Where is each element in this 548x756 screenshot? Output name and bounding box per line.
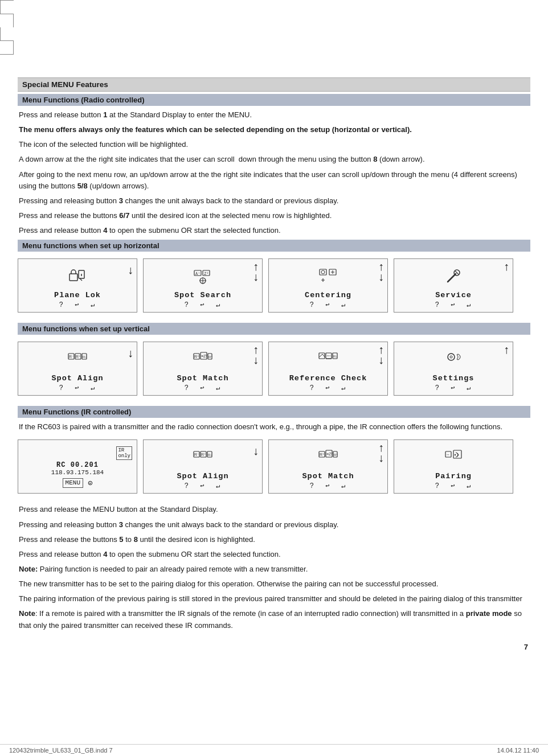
corner-mark-tr [0,14,14,27]
radio-para-4: A down arrow at the the right site indic… [18,154,530,165]
settings-up-arrow: ↑ [504,343,509,356]
page-content: Special MENU Features Menu Functions (Ra… [18,55,530,685]
spot-align-ir-icons: R⁻ R⁺ R↓ ↓ [146,445,260,470]
svg-text:↔: ↔ [446,453,450,457]
horizontal-header: Menu functions when set up horizontal [18,240,530,252]
svg-text:R⁺: R⁺ [320,453,325,457]
ir-para-6: The new transmitter has to be set to the… [18,578,530,590]
rc-settings-icon: ⊙ [88,478,92,488]
service-up-arrow: ↑ [504,260,509,273]
ir-screens-row: IRonly RC 00.201 118.93.175.184 MENU ⊙ R… [18,439,530,494]
rc-menu-btn: MENU [63,478,83,488]
radio-para-8: Press and release button 4 to open the s… [18,225,530,236]
ir-intro: If the RC603 is paired with a transmitte… [18,421,530,433]
svg-text:R⁺: R⁺ [194,355,199,359]
spot-align-ir-icon: R⁻ R⁺ R↓ [193,447,213,467]
centering-icon [318,266,338,286]
footer-bar: 120432trimble_UL633_01_GB.indd 7 14.04.1… [0,744,548,756]
spot-match-icons: R⁺ ≡Z² R⁺ ↑ ↓ [146,347,260,372]
svg-text:R↓: R↓ [208,453,212,457]
spot-align-ir-down-arrow: ↓ [253,445,259,458]
svg-text:≡Z²: ≡Z² [326,452,333,456]
plane-lok-label: Plane Lok [54,291,101,299]
spot-align-ir-buttons: ? ↩ ↵ [185,482,221,490]
plane-lok-icons: ↓ [21,264,134,289]
spot-match-ir-icons: R⁺ ≡Z² R⁺ ↑ ↓ [271,445,385,470]
svg-text:R⁺: R⁺ [201,453,206,457]
screen-plane-lok: ↓ Plane Lok ? ↩ ↵ [18,258,137,313]
spot-search-label: Spot Search [174,291,231,299]
pairing-icons: ↔ [396,445,510,470]
ir-para-3: Press and release the buttons 5 to 8 unt… [18,534,530,545]
rc-ir-indicator: IRonly [21,446,134,461]
pairing-icon: ↔ [443,447,464,467]
screen-spot-align-ir: R⁻ R⁺ R↓ ↓ Spot Align ? ↩ ↵ [143,439,263,494]
reference-check-buttons: ? ↩ ↵ [310,384,346,392]
svg-point-35 [450,356,452,358]
reference-check-icon: R↓ [318,349,338,369]
screen-spot-align: R⁻ R⁺ R↓ ↓ Spot Align ? ↩ ↵ [18,342,137,396]
screen-reference-check: R↓ ↑ ↓ Reference Check ? ↩ ↵ [268,342,388,396]
svg-rect-50 [453,450,461,458]
service-icons: ↑ [396,264,510,289]
ir-para-1: Press and release the MENU button at the… [18,504,530,515]
service-wrench-icon [443,266,464,286]
spot-match-down-arrow: ↓ [253,354,259,367]
svg-text:R⁺: R⁺ [208,355,212,359]
vertical-header: Menu functions when set up vertical [18,323,530,335]
svg-text:R⁺: R⁺ [76,355,81,359]
corner-mark-bl [0,27,14,41]
spot-match-icon: R⁺ ≡Z² R⁺ [193,349,213,369]
radio-para-3: The icon of the selected function will b… [18,139,530,150]
spot-search-icon1: A⁺ Z² [193,266,213,286]
plane-lock-icon [67,266,88,286]
settings-label: Settings [433,374,475,383]
rc-ip: 118.93.175.184 [51,469,104,476]
vertical-screens-row: R⁻ R⁺ R↓ ↓ Spot Align ? ↩ ↵ R⁺ ≡Z² [18,342,530,396]
corner-mark-br [0,41,14,55]
page-number: 7 [18,643,530,651]
svg-rect-0 [69,274,77,281]
centering-down-arrow: ↓ [378,270,384,284]
spot-align-down-arrow: ↓ [128,347,133,360]
spot-align-ir-label: Spot Align [177,472,228,480]
svg-text:R⁺: R⁺ [334,453,338,457]
centering-icons: ↑ ↓ [271,264,385,289]
svg-text:Z²: Z² [204,272,208,276]
radio-controlled-header: Menu Functions (Radio controlled) [18,94,530,106]
spot-align-buttons: ? ↩ ↵ [59,384,96,392]
screen-spot-search: A⁺ Z² ↑ ↓ Spot Search ? ↩ ↵ [143,258,263,313]
radio-para-5: After going to the next menu row, an up/… [18,169,530,192]
spot-match-buttons: ? ↩ ↵ [185,384,221,392]
spot-search-down-arrow: ↓ [253,270,259,284]
screen-pairing: ↔ Pairing ? ↩ ↵ [394,439,513,494]
spot-align-label: Spot Align [51,374,103,383]
screen-spot-match-ir: R⁺ ≡Z² R⁺ ↑ ↓ Spot Match ? ↩ ↵ [268,439,388,494]
spot-match-ir-icon: R⁺ ≡Z² R⁺ [318,447,338,467]
ir-para-7: The pairing information of the previous … [18,593,530,605]
screen-service: ↑ Service ? ↩ ↵ [394,258,513,313]
radio-para-7: Press and release the buttons 6/7 until … [18,210,530,221]
svg-point-11 [321,270,325,274]
plane-lok-down-arrow: ↓ [128,264,133,277]
svg-text:R⁻: R⁻ [69,355,74,359]
plane-lok-buttons: ? ↩ ↵ [59,301,96,309]
screen-settings: ↑ Settings ? ↩ ↵ [394,342,513,396]
pairing-label: Pairing [435,472,472,480]
spot-match-label: Spot Match [177,374,228,383]
centering-buttons: ? ↩ ↵ [310,301,346,309]
rc-menu-bar: MENU ⊙ [63,478,93,488]
ir-para-5: Note: Pairing function is needed to pair… [18,564,530,575]
ir-badge: IRonly [116,446,132,460]
spot-align-icon: R⁻ R⁺ R↓ [67,349,88,369]
screen-rc-display: IRonly RC 00.201 118.93.175.184 MENU ⊙ [18,439,137,494]
centering-label: Centering [305,291,351,299]
svg-text:R⁻: R⁻ [194,453,199,457]
svg-point-34 [448,354,455,360]
service-label: Service [435,291,472,299]
horizontal-screens-row: ↓ Plane Lok ? ↩ ↵ A⁺ Z² ↑ ↓ [18,258,530,313]
radio-para-2: The menu offers always only the features… [18,124,530,135]
rc-number: RC 00.201 [56,461,99,469]
service-buttons: ? ↩ ↵ [435,301,472,309]
pairing-buttons: ? ↩ ↵ [435,482,472,490]
